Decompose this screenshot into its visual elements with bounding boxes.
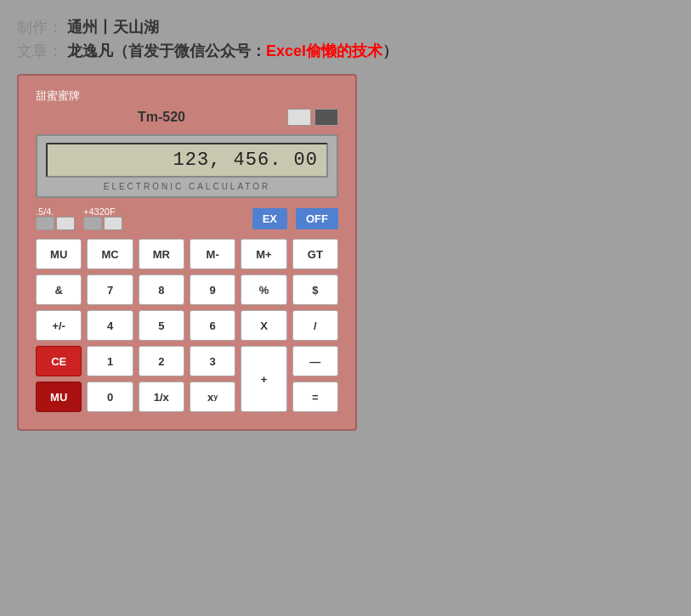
switch2-right[interactable] [104,217,122,230]
btn-divide[interactable]: / [292,310,338,341]
btn-multiply[interactable]: X [241,310,286,341]
btn-equals[interactable]: = [292,381,338,412]
btn-mr[interactable]: MR [139,239,184,269]
btn-mc[interactable]: MC [87,239,133,269]
btn-6[interactable]: 6 [190,310,235,341]
off-button[interactable]: OFF [296,208,338,229]
display-subtitle: ELECTRONIC CALCULATOR [46,182,328,191]
header-line1-value: 通州丨天山湖 [67,19,159,36]
btn-8[interactable]: 8 [139,274,184,305]
btn-mu[interactable]: MU [36,239,82,269]
btn-percent[interactable]: % [241,274,286,305]
header-line2-value: 龙逸凡（首发于微信公众号： [67,42,266,59]
btn-4[interactable]: 4 [87,310,133,341]
btn-5[interactable]: 5 [139,310,184,341]
header-suffix: ） [382,42,398,59]
btn-m-minus[interactable]: M- [190,239,235,269]
switch1[interactable] [36,217,75,230]
top-bar: Tm-520 [36,109,338,126]
header-line2-label: 文章： [17,42,63,59]
switch1-left[interactable] [36,217,54,230]
header-highlight: Excel偷懒的技术 [266,42,382,59]
switch2-label: +4320F [83,206,122,217]
btn-m-plus[interactable]: M+ [241,239,286,269]
calculator: 甜蜜蜜牌 Tm-520 123, 456. 00 ELECTRONIC CALC… [17,74,357,431]
top-buttons [287,109,338,126]
btn-power[interactable]: xy [190,381,235,412]
header-line2: 文章： 龙逸凡（首发于微信公众号：Excel偷懒的技术） [17,41,674,61]
model-name: Tm-520 [36,110,287,125]
switch1-label: .5/4. [36,206,75,217]
display-area: 123, 456. 00 ELECTRONIC CALCULATOR [36,134,338,198]
switch2-left[interactable] [83,217,102,230]
switch2[interactable] [83,217,122,230]
btn-reciprocal[interactable]: 1/x [139,381,184,412]
btn-minus[interactable]: — [292,346,338,376]
display-screen: 123, 456. 00 [46,143,328,178]
switch-row: .5/4. +4320F EX OFF [36,206,338,230]
btn-2[interactable]: 2 [139,346,184,376]
btn-7[interactable]: 7 [87,274,133,305]
btn-mu-red[interactable]: MU [36,381,82,412]
header: 制作： 通州丨天山湖 文章： 龙逸凡（首发于微信公众号：Excel偷懒的技术） [17,17,674,61]
btn-plusminus[interactable]: +/- [36,310,82,341]
top-btn-2[interactable] [314,109,338,126]
btn-plus[interactable]: + [241,346,286,412]
btn-gt[interactable]: GT [292,239,338,269]
btn-3[interactable]: 3 [190,346,235,376]
btn-1[interactable]: 1 [87,346,133,376]
buttons-grid: MU MC MR M- M+ GT & 7 8 9 % $ +/- 4 5 6 … [36,239,338,412]
btn-dollar[interactable]: $ [292,274,338,305]
switch1-group: .5/4. [36,206,75,230]
btn-9[interactable]: 9 [190,274,235,305]
switch2-group: +4320F [83,206,122,230]
switch1-right[interactable] [56,217,75,230]
brand-label: 甜蜜蜜牌 [36,88,338,104]
header-line1: 制作： 通州丨天山湖 [17,17,674,37]
btn-0[interactable]: 0 [87,381,133,412]
top-btn-1[interactable] [287,109,311,126]
header-line1-label: 制作： [17,19,63,36]
ex-button[interactable]: EX [252,208,287,229]
btn-ampersand[interactable]: & [36,274,82,305]
btn-ce[interactable]: CE [36,346,82,376]
